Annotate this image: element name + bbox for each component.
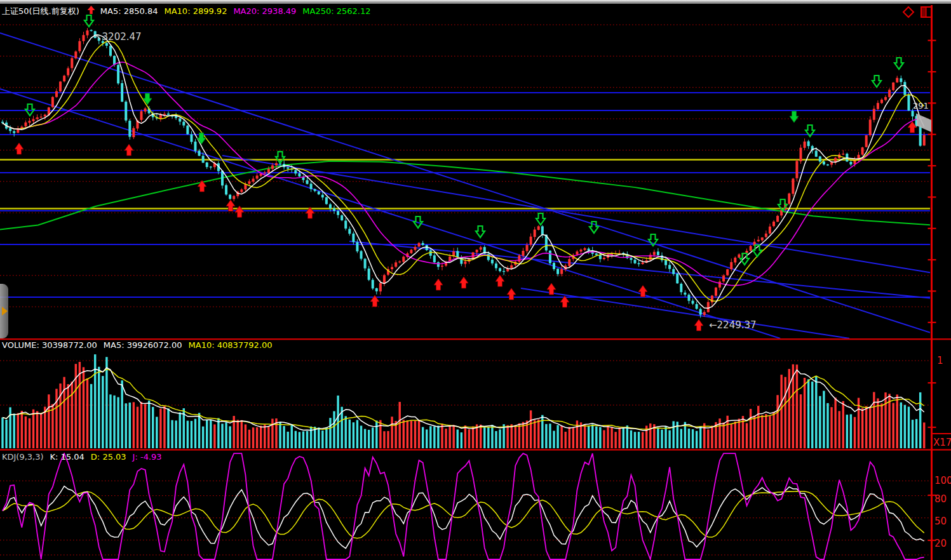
chart-canvas[interactable]: 1X17100805020↖3202.47←2249.37291 (0, 0, 951, 560)
window-top-bar (0, 0, 951, 4)
buy-signal-arrows (15, 121, 917, 331)
up-arrow-icon (87, 5, 95, 17)
ma5-value: MA5: 2850.84 (100, 6, 158, 17)
kdj-axis-label: 50 (934, 516, 947, 527)
volume-value: VOLUME: 30398772.00 (2, 340, 97, 350)
kdj-j-value: J: -4.93 (133, 452, 162, 462)
kdj-axis-label: 80 (934, 493, 947, 505)
kdj-axis-label: 20 (934, 538, 947, 549)
ma250-value: MA250: 2562.12 (302, 6, 370, 17)
panel-expand-handle[interactable] (0, 284, 8, 338)
diamond-tool-icon[interactable] (902, 5, 915, 19)
ma20-value: MA20: 2938.49 (233, 6, 296, 17)
volume-axis-label: 1 (937, 355, 943, 366)
trough-price-label: ←2249.37 (709, 319, 757, 331)
grid-lines (0, 25, 930, 555)
right-axis (0, 5, 951, 560)
sell-signal-arrows (25, 15, 903, 265)
price-ma-lines (3, 35, 924, 308)
volume-scale-label: X17 (933, 437, 951, 448)
price-flag (917, 114, 931, 132)
expand-triangle-icon (2, 307, 8, 316)
kdj-d-value: D: 25.03 (91, 452, 126, 462)
kdj-axis-label: 100 (934, 475, 951, 486)
split-window-icon[interactable] (920, 5, 934, 19)
current-price-partial-label: 291 (913, 101, 929, 110)
volume-ma5-value: MA5: 39926072.00 (104, 340, 182, 350)
kdj-indicator-name: KDJ(9,3,3) (2, 452, 44, 462)
peak-price-label: ↖3202.47 (94, 31, 142, 43)
kdj-pane-header: KDJ(9,3,3) K: 15.04 D: 25.03 J: -4.93 (2, 452, 162, 462)
kdj-k-value: K: 15.04 (50, 452, 84, 462)
main-pane-header: 上证50(日线.前复权) MA5: 2850.84 MA10: 2899.92 … (2, 5, 371, 17)
volume-pane-header: VOLUME: 30398772.00 MA5: 39926072.00 MA1… (2, 340, 273, 350)
symbol-title: 上证50(日线.前复权) (2, 6, 79, 17)
volume-ma10-value: MA10: 40837792.00 (189, 340, 273, 350)
kdj-lines (3, 453, 924, 559)
ma10-value: MA10: 2899.92 (164, 6, 227, 17)
stock-chart-window: 上证50(日线.前复权) MA5: 2850.84 MA10: 2899.92 … (0, 0, 951, 560)
